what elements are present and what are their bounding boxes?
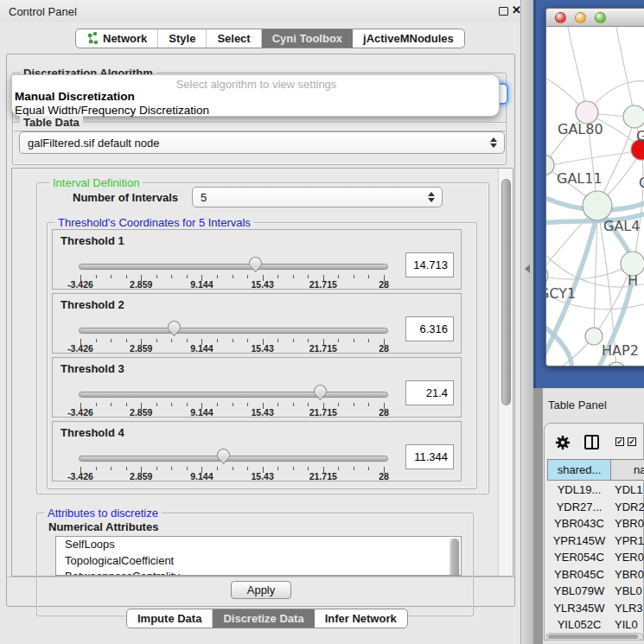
table-hscrollbar-thumb[interactable]: [548, 634, 638, 639]
threshold-value-field[interactable]: 6.316: [405, 316, 454, 341]
network-node-gal4[interactable]: [583, 191, 612, 220]
network-node-gcy1[interactable]: [546, 265, 548, 286]
apply-button[interactable]: Apply: [231, 581, 291, 599]
threshold-label: Threshold 4: [61, 426, 124, 439]
threshold-value-field[interactable]: 11.344: [405, 444, 454, 469]
slider-tick: [293, 275, 294, 278]
network-graph-canvas[interactable]: GAL80GACGAL11GAL4GCY1HHAP2: [546, 27, 644, 367]
tab-discretize-data[interactable]: Discretize Data: [213, 609, 314, 628]
slider-tick-label: 15.43: [251, 279, 273, 290]
minimize-traffic-light-icon[interactable]: [575, 12, 586, 23]
network-node-label: GAL11: [557, 170, 603, 187]
slider-tick-label: 28: [379, 407, 389, 418]
close-traffic-light-icon[interactable]: [555, 12, 566, 23]
threshold-value-field[interactable]: 21.4: [405, 380, 454, 405]
tab-label: Impute Data: [137, 612, 201, 625]
attributes-list-scrollbar[interactable]: [449, 538, 460, 576]
threshold-slider-track[interactable]: [79, 456, 388, 462]
slider-tick: [96, 403, 97, 406]
divider: [7, 577, 514, 577]
cell-shared-name: YPR145W: [547, 532, 611, 550]
slider-tick: [233, 339, 233, 342]
attribute-list-item[interactable]: BetweennessCentrality: [56, 569, 461, 576]
thresholds-group-title: Threshold's Coordinates for 5 Intervals: [54, 216, 254, 229]
tab-impute-data[interactable]: Impute Data: [127, 609, 213, 628]
slider-tick: [368, 467, 369, 470]
network-node-label: GAL80: [558, 121, 603, 137]
panel-splitter[interactable]: [520, 0, 533, 644]
split-columns-icon[interactable]: [584, 435, 599, 450]
slider-tick-label: 21.715: [309, 343, 337, 354]
table-data-combobox[interactable]: galFiltered.sif default node: [19, 131, 505, 154]
slider-tick-label: 9.144: [190, 471, 213, 481]
threshold-value-field[interactable]: 14.713: [405, 252, 454, 277]
combo-stepper-icon: [428, 192, 435, 202]
tab-infer-network[interactable]: Infer Network: [315, 609, 407, 628]
float-window-icon[interactable]: [499, 7, 508, 16]
slider-tick-label: 28: [379, 343, 389, 354]
checkbox-icon[interactable]: ✓: [615, 437, 624, 446]
tab-network[interactable]: Network: [76, 29, 158, 48]
slider-tick: [233, 467, 233, 470]
table-hscrollbar[interactable]: [545, 633, 643, 641]
slider-tick-label: -3.426: [67, 343, 93, 354]
threshold-label: Threshold 2: [61, 298, 124, 311]
attributes-scrollbar-thumb[interactable]: [450, 539, 459, 576]
numerical-attributes-list[interactable]: SelfLoopsTopologicalCoefficientBetweenne…: [55, 536, 462, 576]
checkbox-icon[interactable]: ✓: [628, 437, 636, 446]
tab-select[interactable]: Select: [207, 29, 261, 48]
network-node-label: C: [639, 175, 644, 191]
cell-name: YBL0: [615, 583, 644, 600]
attribute-list-item[interactable]: TopologicalCoefficient: [56, 553, 461, 570]
slider-tick: [217, 403, 218, 406]
slider-tick-label: 2.859: [130, 407, 152, 418]
cell-shared-name: YLR345W: [547, 600, 611, 617]
slider-tick-label: 9.144: [190, 343, 213, 354]
bottom-tabbar: Impute DataDiscretize DataInfer Network: [126, 609, 408, 628]
threshold-slider-track[interactable]: [79, 392, 388, 398]
settings-scrollbar-thumb[interactable]: [501, 179, 511, 405]
tab-style[interactable]: Style: [158, 29, 207, 48]
network-node-hap2[interactable]: [585, 328, 603, 345]
algorithm-option-equal-width[interactable]: Equal Width/Frequency Discretization: [15, 104, 497, 117]
threshold-slider-track[interactable]: [79, 328, 388, 334]
slider-tick: [338, 275, 339, 278]
threshold-label: Threshold 1: [61, 234, 124, 247]
slider-tick-label: 9.144: [190, 407, 213, 418]
slider-tick: [247, 339, 248, 342]
table-column-header-shared[interactable]: shared...: [547, 459, 611, 481]
network-node-ga[interactable]: [623, 105, 644, 128]
slider-tick-label: 21.715: [309, 407, 337, 418]
slider-tick: [247, 467, 248, 470]
cell-shared-name: YIL052C: [547, 616, 611, 634]
zoom-traffic-light-icon[interactable]: [595, 12, 606, 23]
interval-group-title: Interval Definition: [49, 176, 143, 189]
attribute-list-item[interactable]: SelfLoops: [56, 537, 461, 553]
cell-shared-name: YBR043C: [547, 515, 611, 532]
network-edge: [546, 150, 641, 167]
slider-tick: [96, 275, 97, 278]
threshold-label: Threshold 3: [61, 362, 124, 375]
table-data-group-title: Table Data: [20, 116, 83, 129]
threshold-slider-track[interactable]: [79, 264, 388, 270]
slider-tick: [354, 275, 354, 278]
tab-label: Select: [217, 32, 250, 45]
number-of-intervals-combobox[interactable]: 5: [192, 187, 443, 207]
tab-cyni-toolbox[interactable]: Cyni Toolbox: [262, 29, 353, 48]
slider-tick: [368, 275, 369, 278]
table-column-header-name[interactable]: na: [610, 459, 644, 481]
slider-tick: [354, 339, 354, 342]
slider-tick: [277, 275, 278, 278]
gear-icon[interactable]: [555, 435, 571, 454]
tab-label: Infer Network: [325, 612, 397, 625]
settings-scrollbar[interactable]: [498, 169, 513, 576]
slider-tick-label: 15.43: [251, 343, 273, 354]
slider-tick: [354, 467, 354, 470]
splitter-collapse-icon[interactable]: [525, 265, 530, 273]
slider-tick: [247, 403, 248, 406]
slider-tick-label: -3.426: [67, 407, 93, 418]
network-view-window[interactable]: GAL80GACGAL11GAL4GCY1HHAP2: [545, 8, 644, 367]
tab-jactivemnodules[interactable]: jActiveMNodules: [353, 29, 464, 48]
algorithm-option-manual[interactable]: Manual Discretization: [15, 90, 497, 103]
network-node[interactable]: [607, 362, 626, 367]
